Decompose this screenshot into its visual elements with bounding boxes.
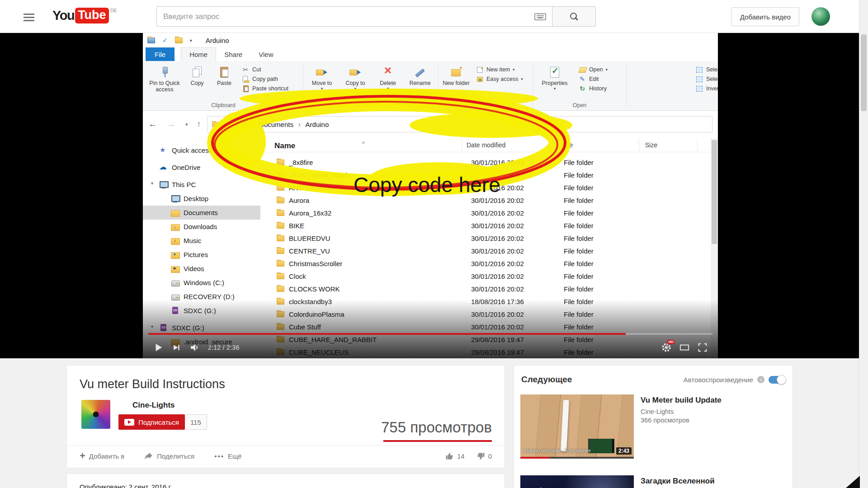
file-date-modified: 30/01/2016 20:02	[467, 247, 558, 255]
scrollbar-thumb[interactable]	[861, 34, 867, 111]
view-count-block: 755 просмотров	[381, 419, 492, 442]
tab-file: File	[146, 47, 175, 61]
breadcrumb-separator-icon	[294, 121, 305, 128]
publish-date: Опубликовано: 2 сент. 2016 г.	[67, 474, 505, 488]
file-name: CLOCKS WORK	[289, 285, 467, 293]
next-button[interactable]	[167, 339, 185, 356]
file-date-modified: 30/01/2016 20:02	[467, 197, 558, 204]
youtube-logo[interactable]: You Tube DE	[52, 8, 117, 23]
file-type: File folder	[558, 197, 644, 204]
player-controls: 2:12 / 2:36 HD	[143, 337, 718, 358]
fullscreen-button[interactable]	[693, 339, 712, 356]
folder-icon	[277, 197, 284, 203]
folder-icon	[277, 223, 284, 229]
upnext-video-title: Загадки Вселенной	[641, 476, 715, 486]
subscriber-count[interactable]: 115	[185, 414, 207, 430]
logo-text-tube: Tube	[75, 8, 109, 23]
pin-to-quick-access-button: Pin to Quick access	[146, 64, 184, 93]
folder-icon	[277, 172, 284, 178]
like-button[interactable]: 14	[445, 452, 465, 460]
thumb-up-icon	[445, 452, 454, 460]
nav-windows-c: Windows (C:)	[143, 276, 260, 290]
youtube-header: You Tube DE Добавить видео	[0, 0, 859, 33]
select-none-button: Select none	[695, 75, 718, 83]
menu-icon[interactable]	[24, 14, 34, 15]
file-date-modified: 30/01/2016 20:03	[467, 159, 558, 166]
nav-music: Music	[143, 234, 260, 248]
theater-icon	[679, 343, 690, 352]
search-icon	[570, 13, 578, 21]
play-icon	[153, 343, 163, 352]
file-row: ChristmasScroller 30/01/2016 20:02 File …	[260, 257, 711, 270]
video-player-surface[interactable]: ✓ ▾ Arduino File Home Share View Pin to …	[143, 33, 718, 358]
autoplay-toggle[interactable]	[769, 376, 785, 384]
explorer-window-title: Arduino	[206, 37, 229, 44]
keyboard-icon[interactable]	[534, 13, 546, 20]
move-to-icon	[315, 65, 329, 79]
edit-pencil-icon: ✎	[578, 75, 586, 83]
channel-avatar[interactable]	[81, 400, 110, 429]
more-button[interactable]: Ещё	[214, 452, 241, 460]
quick-toolbar-folder-icon	[175, 38, 183, 43]
search-input[interactable]	[156, 6, 552, 27]
upnext-video-2[interactable]: Загадки Вселенной	[514, 472, 793, 488]
upnext-header: Следующее Автовоспроизведение	[514, 366, 793, 391]
folder-icon	[277, 273, 284, 279]
upload-video-button[interactable]: Добавить видео	[731, 7, 799, 26]
folder-icon	[277, 286, 284, 292]
ribbon-group-new: New folder New item Easy access New	[440, 62, 531, 110]
copy-to-icon	[349, 65, 362, 79]
watched-progress-fill	[520, 457, 550, 459]
subscribe-play-icon	[124, 419, 134, 426]
select-all-icon	[695, 66, 703, 73]
play-button[interactable]	[149, 339, 167, 356]
dislike-button[interactable]: 0	[476, 452, 492, 460]
file-row: BIKE 30/01/2016 20:02 File folder	[260, 219, 711, 232]
folder-icon	[277, 235, 284, 241]
ribbon-group-select: Select all Select none Invert selection …	[692, 62, 718, 110]
channel-name[interactable]: Cine-Lights	[118, 401, 320, 410]
volume-button[interactable]	[185, 339, 203, 356]
tab-share: Share	[216, 47, 250, 61]
player-progress-played	[148, 333, 626, 335]
upnext-video-views: 366 просмотров	[641, 417, 722, 424]
file-name: ANOTHER1307CLOCK	[289, 184, 467, 192]
explorer-titlebar: ✓ ▾ Arduino	[143, 33, 718, 47]
easy-access-button: Easy access	[476, 75, 529, 83]
scissors-icon: ✂	[241, 66, 250, 73]
folder-icon	[277, 185, 284, 191]
nav-pictures: Pictures	[143, 248, 260, 262]
explorer-scrollbar-thumb	[712, 140, 717, 244]
add-to-button[interactable]: Добавить в	[80, 452, 124, 460]
settings-button[interactable]: HD	[657, 339, 675, 356]
properties-button: Properties	[535, 64, 575, 91]
chevron-down-icon	[151, 181, 153, 186]
subscribe-button[interactable]: Подписаться	[118, 414, 185, 430]
user-avatar[interactable]	[811, 7, 830, 26]
ribbon-separator	[303, 65, 303, 108]
share-button[interactable]: Поделиться	[144, 451, 194, 460]
search-button[interactable]	[552, 6, 596, 27]
file-type: File folder	[558, 235, 644, 242]
logo-region: DE	[110, 8, 117, 13]
watched-progress-bar	[520, 457, 634, 459]
tab-view: View	[250, 47, 281, 61]
page-scrollbar[interactable]	[859, 0, 868, 488]
cut-button: ✂Cut	[241, 66, 299, 73]
video-title: Vu meter Build Instructions	[67, 366, 505, 391]
upnext-video-1[interactable]: Arduino uno build - Total silence 2:43 V…	[514, 391, 793, 462]
info-icon[interactable]	[757, 376, 764, 383]
player-progress-bar[interactable]	[148, 333, 712, 335]
select-none-icon	[695, 75, 703, 83]
documents-folder-icon	[171, 209, 180, 216]
move-to-button: Move to	[305, 64, 339, 91]
paste-button: Paste	[211, 64, 238, 86]
file-type: File folder	[558, 222, 644, 230]
ribbon-separator	[533, 65, 533, 108]
theater-mode-button[interactable]	[675, 339, 693, 356]
copy-button: Copy	[184, 64, 211, 86]
file-name: BLUEREDVU	[289, 235, 467, 242]
file-date-modified: 30/01/2016 20:02	[467, 222, 558, 230]
file-row: 16x32_smart_matrix 30/01/2016 20:03 File…	[260, 169, 711, 181]
file-date-modified: 30/01/2016 20:02	[467, 272, 558, 280]
